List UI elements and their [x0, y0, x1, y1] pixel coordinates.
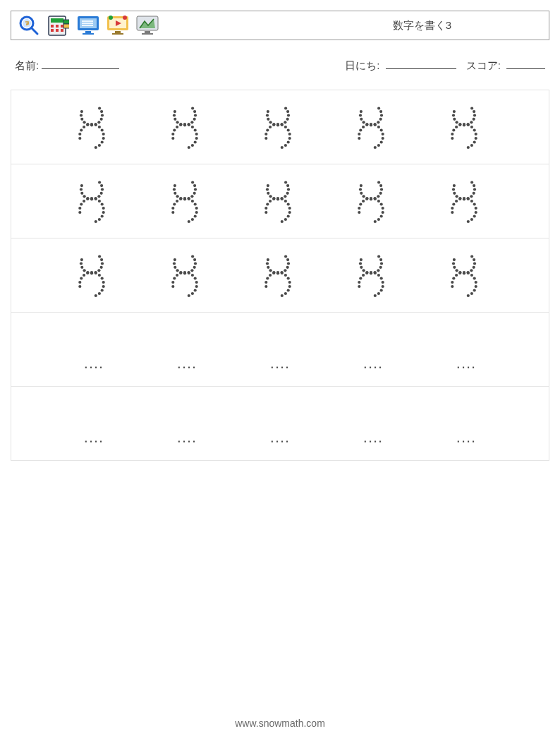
svg-point-267	[453, 191, 456, 194]
svg-point-310	[95, 271, 97, 274]
svg-point-78	[179, 123, 182, 126]
svg-point-73	[195, 132, 198, 135]
svg-rect-23	[115, 31, 121, 33]
date-blank[interactable]	[386, 57, 456, 69]
trace-cell-3[interactable]	[258, 99, 302, 155]
svg-point-257	[377, 199, 380, 202]
svg-point-394	[358, 284, 360, 287]
svg-point-105	[269, 125, 272, 128]
blank-cell[interactable]: ....	[165, 396, 209, 451]
svg-point-393	[358, 280, 360, 283]
svg-point-147	[467, 145, 470, 148]
trace-cell-3[interactable]	[351, 99, 395, 155]
svg-point-325	[193, 265, 196, 268]
trace-cell-3[interactable]	[351, 174, 395, 229]
placeholder-dots: ....	[363, 326, 383, 373]
svg-point-378	[380, 262, 383, 265]
svg-point-102	[281, 123, 284, 126]
svg-point-307	[102, 280, 105, 283]
svg-point-420	[451, 284, 454, 287]
svg-point-306	[102, 284, 105, 287]
svg-point-64	[190, 121, 193, 123]
trace-cell-3[interactable]	[444, 248, 488, 303]
trace-cell-3[interactable]	[444, 99, 488, 155]
svg-point-169	[100, 191, 103, 194]
trace-cell-3[interactable]	[72, 99, 116, 155]
worksheet-title: 数字を書く3	[393, 19, 543, 32]
svg-point-134	[358, 136, 360, 139]
blank-cell[interactable]: ....	[444, 322, 488, 377]
svg-point-305	[101, 289, 104, 291]
svg-point-364	[272, 271, 275, 274]
trace-cell-3[interactable]	[258, 248, 302, 303]
svg-point-279	[473, 215, 476, 217]
svg-rect-19	[83, 33, 94, 35]
svg-point-365	[269, 273, 272, 276]
svg-point-207	[183, 196, 186, 199]
blank-cell[interactable]: ....	[351, 322, 395, 377]
blank-cell[interactable]: ....	[351, 396, 395, 451]
trace-cell-3[interactable]	[165, 99, 209, 155]
svg-point-353	[286, 258, 289, 261]
svg-point-43	[95, 145, 97, 148]
trace-cell-3[interactable]	[258, 174, 302, 229]
placeholder-dots: ....	[84, 326, 104, 373]
worksheet-grid: ........................................	[11, 90, 549, 461]
date-label: 日にち:	[345, 59, 379, 71]
blank-cell[interactable]: ....	[72, 322, 116, 377]
svg-point-358	[288, 284, 291, 287]
svg-point-333	[195, 280, 198, 283]
svg-point-268	[456, 195, 458, 198]
svg-point-135	[453, 110, 456, 113]
svg-point-340	[173, 277, 176, 279]
svg-point-225	[281, 219, 284, 222]
svg-point-106	[266, 128, 269, 131]
svg-point-301	[100, 258, 103, 261]
svg-point-417	[455, 273, 458, 276]
blank-cell[interactable]: ....	[444, 396, 488, 451]
svg-point-242	[363, 195, 365, 198]
blank-cell[interactable]: ....	[165, 322, 209, 377]
trace-cell-3[interactable]	[444, 174, 488, 229]
trace-cell-3[interactable]	[165, 174, 209, 229]
monitor-play-icon	[106, 13, 130, 37]
svg-point-181	[90, 196, 93, 199]
svg-point-206	[188, 197, 190, 200]
svg-point-199	[188, 219, 190, 222]
svg-point-131	[362, 125, 365, 128]
svg-point-75	[191, 125, 194, 128]
blank-cell[interactable]: ....	[72, 396, 116, 451]
svg-point-298	[97, 269, 100, 272]
svg-point-390	[365, 271, 368, 274]
svg-point-183	[83, 199, 85, 202]
blank-cell[interactable]: ....	[258, 322, 302, 377]
name-blank[interactable]	[42, 57, 119, 69]
trace-cell-3[interactable]	[351, 248, 395, 303]
svg-point-146	[470, 107, 473, 109]
svg-point-148	[470, 143, 473, 146]
blank-cell[interactable]: ....	[258, 396, 302, 451]
svg-point-264	[358, 210, 360, 213]
svg-point-170	[101, 188, 104, 191]
svg-point-280	[475, 210, 477, 213]
svg-point-128	[374, 123, 377, 126]
svg-point-185	[78, 206, 81, 209]
trace-cell-3[interactable]	[72, 174, 116, 229]
svg-point-308	[101, 277, 104, 279]
svg-point-392	[359, 277, 362, 279]
trace-cell-3[interactable]	[165, 248, 209, 303]
svg-point-163	[80, 191, 83, 194]
svg-point-34	[83, 121, 86, 123]
score-blank[interactable]	[506, 57, 545, 69]
svg-point-407	[467, 294, 470, 296]
svg-point-31	[80, 110, 83, 113]
trace-cell-3[interactable]	[72, 248, 116, 303]
svg-point-418	[452, 277, 455, 279]
svg-point-302	[98, 255, 101, 258]
svg-point-335	[191, 273, 194, 276]
svg-point-363	[276, 270, 279, 273]
svg-point-99	[288, 132, 291, 135]
svg-point-144	[473, 114, 476, 116]
svg-point-50	[95, 123, 97, 126]
svg-point-39	[100, 117, 103, 120]
